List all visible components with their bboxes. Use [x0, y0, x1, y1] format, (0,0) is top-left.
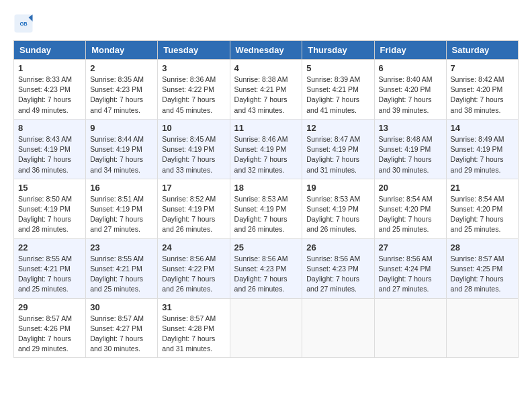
sunrise-label: Sunrise: 8:56 AM — [162, 255, 216, 263]
daylight-label: Daylight: 7 hours and 26 minutes. — [162, 215, 215, 233]
calendar-cell: 10 Sunrise: 8:45 AM Sunset: 4:19 PM Dayl… — [158, 119, 230, 179]
sunset-label: Sunset: 4:19 PM — [18, 145, 71, 153]
calendar-cell — [302, 298, 374, 358]
daylight-label: Daylight: 7 hours and 29 minutes. — [18, 334, 71, 353]
sunrise-label: Sunrise: 8:36 AM — [162, 75, 216, 83]
day-info: Sunrise: 8:43 AM Sunset: 4:19 PM Dayligh… — [18, 134, 81, 175]
day-info: Sunrise: 8:33 AM Sunset: 4:23 PM Dayligh… — [18, 75, 81, 116]
day-number: 11 — [234, 123, 298, 133]
calendar-cell: 15 Sunrise: 8:50 AM Sunset: 4:19 PM Dayl… — [14, 179, 86, 238]
day-info: Sunrise: 8:56 AM Sunset: 4:24 PM Dayligh… — [379, 254, 442, 295]
daylight-label: Daylight: 7 hours and 25 minutes. — [90, 275, 143, 293]
day-number: 25 — [234, 242, 298, 253]
day-info: Sunrise: 8:56 AM Sunset: 4:23 PM Dayligh… — [234, 254, 298, 295]
sunset-label: Sunset: 4:19 PM — [90, 145, 142, 153]
calendar-cell — [230, 298, 302, 358]
calendar-cell: 14 Sunrise: 8:49 AM Sunset: 4:19 PM Dayl… — [446, 119, 518, 179]
day-number: 10 — [162, 123, 225, 133]
day-of-week-header: Tuesday — [158, 41, 230, 60]
logo-icon: GB — [13, 13, 34, 34]
sunset-label: Sunset: 4:28 PM — [162, 324, 214, 332]
daylight-label: Daylight: 7 hours and 25 minutes. — [451, 215, 504, 233]
daylight-label: Daylight: 7 hours and 25 minutes. — [379, 215, 432, 233]
day-info: Sunrise: 8:52 AM Sunset: 4:19 PM Dayligh… — [162, 194, 225, 235]
sunset-label: Sunset: 4:20 PM — [451, 205, 503, 213]
day-number: 28 — [451, 242, 514, 253]
daylight-label: Daylight: 7 hours and 34 minutes. — [90, 155, 143, 173]
calendar-cell: 2 Sunrise: 8:35 AM Sunset: 4:23 PM Dayli… — [86, 60, 158, 120]
day-info: Sunrise: 8:38 AM Sunset: 4:21 PM Dayligh… — [234, 75, 298, 116]
sunrise-label: Sunrise: 8:38 AM — [234, 75, 288, 83]
daylight-label: Daylight: 7 hours and 31 minutes. — [162, 334, 215, 353]
sunset-label: Sunset: 4:19 PM — [306, 205, 359, 213]
day-info: Sunrise: 8:49 AM Sunset: 4:19 PM Dayligh… — [451, 134, 514, 175]
sunset-label: Sunset: 4:19 PM — [18, 205, 71, 213]
calendar-cell: 29 Sunrise: 8:57 AM Sunset: 4:26 PM Dayl… — [14, 298, 86, 358]
sunset-label: Sunset: 4:24 PM — [379, 265, 431, 273]
day-number: 7 — [451, 63, 514, 73]
sunset-label: Sunset: 4:22 PM — [162, 265, 214, 273]
sunset-label: Sunset: 4:23 PM — [90, 85, 142, 93]
calendar-cell: 1 Sunrise: 8:33 AM Sunset: 4:23 PM Dayli… — [14, 60, 86, 120]
sunrise-label: Sunrise: 8:57 AM — [162, 314, 216, 322]
day-of-week-header: Saturday — [446, 41, 518, 60]
day-info: Sunrise: 8:40 AM Sunset: 4:20 PM Dayligh… — [379, 75, 442, 116]
calendar-cell: 31 Sunrise: 8:57 AM Sunset: 4:28 PM Dayl… — [158, 298, 230, 358]
day-info: Sunrise: 8:56 AM Sunset: 4:22 PM Dayligh… — [162, 254, 225, 295]
sunrise-label: Sunrise: 8:45 AM — [162, 135, 216, 143]
calendar-cell: 3 Sunrise: 8:36 AM Sunset: 4:22 PM Dayli… — [158, 60, 230, 120]
day-number: 15 — [18, 183, 81, 193]
calendar-cell: 28 Sunrise: 8:57 AM Sunset: 4:25 PM Dayl… — [446, 238, 518, 298]
sunrise-label: Sunrise: 8:54 AM — [379, 195, 433, 203]
calendar-cell: 18 Sunrise: 8:53 AM Sunset: 4:19 PM Dayl… — [230, 179, 302, 238]
day-number: 3 — [162, 63, 225, 73]
daylight-label: Daylight: 7 hours and 27 minutes. — [306, 275, 359, 293]
sunset-label: Sunset: 4:19 PM — [234, 205, 287, 213]
daylight-label: Daylight: 7 hours and 45 minutes. — [162, 95, 215, 113]
day-number: 2 — [90, 63, 153, 73]
sunrise-label: Sunrise: 8:40 AM — [379, 75, 433, 83]
day-info: Sunrise: 8:42 AM Sunset: 4:20 PM Dayligh… — [451, 75, 514, 116]
day-info: Sunrise: 8:57 AM Sunset: 4:28 PM Dayligh… — [162, 314, 225, 355]
daylight-label: Daylight: 7 hours and 27 minutes. — [379, 275, 432, 293]
day-number: 23 — [90, 242, 153, 253]
day-number: 9 — [90, 123, 153, 133]
day-info: Sunrise: 8:53 AM Sunset: 4:19 PM Dayligh… — [234, 194, 298, 235]
sunset-label: Sunset: 4:19 PM — [90, 205, 142, 213]
day-number: 8 — [18, 123, 81, 133]
sunrise-label: Sunrise: 8:57 AM — [90, 314, 144, 322]
daylight-label: Daylight: 7 hours and 26 minutes. — [234, 215, 287, 233]
daylight-label: Daylight: 7 hours and 28 minutes. — [18, 215, 71, 233]
day-of-week-header: Friday — [374, 41, 446, 60]
day-number: 21 — [451, 183, 514, 193]
day-info: Sunrise: 8:35 AM Sunset: 4:23 PM Dayligh… — [90, 75, 153, 116]
day-info: Sunrise: 8:45 AM Sunset: 4:19 PM Dayligh… — [162, 134, 225, 175]
calendar-cell: 27 Sunrise: 8:56 AM Sunset: 4:24 PM Dayl… — [374, 238, 446, 298]
day-info: Sunrise: 8:46 AM Sunset: 4:19 PM Dayligh… — [234, 134, 298, 175]
daylight-label: Daylight: 7 hours and 43 minutes. — [234, 95, 287, 113]
calendar-cell: 21 Sunrise: 8:54 AM Sunset: 4:20 PM Dayl… — [446, 179, 518, 238]
sunrise-label: Sunrise: 8:50 AM — [18, 195, 72, 203]
calendar-cell — [446, 298, 518, 358]
sunrise-label: Sunrise: 8:42 AM — [451, 75, 504, 83]
calendar-cell: 24 Sunrise: 8:56 AM Sunset: 4:22 PM Dayl… — [158, 238, 230, 298]
day-number: 16 — [90, 183, 153, 193]
calendar-cell — [374, 298, 446, 358]
sunset-label: Sunset: 4:21 PM — [234, 85, 287, 93]
day-info: Sunrise: 8:36 AM Sunset: 4:22 PM Dayligh… — [162, 75, 225, 116]
sunset-label: Sunset: 4:19 PM — [162, 145, 214, 153]
day-info: Sunrise: 8:56 AM Sunset: 4:23 PM Dayligh… — [306, 254, 369, 295]
day-number: 18 — [234, 183, 298, 193]
sunrise-label: Sunrise: 8:56 AM — [234, 255, 288, 263]
sunset-label: Sunset: 4:23 PM — [306, 265, 359, 273]
calendar-cell: 25 Sunrise: 8:56 AM Sunset: 4:23 PM Dayl… — [230, 238, 302, 298]
calendar-cell: 30 Sunrise: 8:57 AM Sunset: 4:27 PM Dayl… — [86, 298, 158, 358]
daylight-label: Daylight: 7 hours and 49 minutes. — [18, 95, 71, 113]
sunrise-label: Sunrise: 8:54 AM — [451, 195, 504, 203]
calendar-cell: 23 Sunrise: 8:55 AM Sunset: 4:21 PM Dayl… — [86, 238, 158, 298]
sunrise-label: Sunrise: 8:57 AM — [451, 255, 504, 263]
sunrise-label: Sunrise: 8:44 AM — [90, 135, 144, 143]
day-info: Sunrise: 8:54 AM Sunset: 4:20 PM Dayligh… — [379, 194, 442, 235]
day-info: Sunrise: 8:48 AM Sunset: 4:19 PM Dayligh… — [379, 134, 442, 175]
sunrise-label: Sunrise: 8:49 AM — [451, 135, 504, 143]
